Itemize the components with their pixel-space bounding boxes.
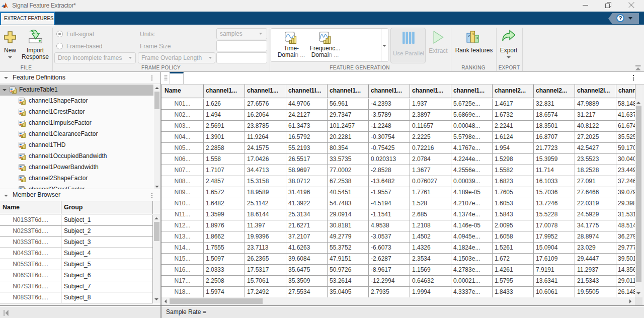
svg-text:2: 2 <box>468 34 470 38</box>
svg-text:1: 1 <box>472 32 474 36</box>
svg-text:3: 3 <box>476 36 478 40</box>
